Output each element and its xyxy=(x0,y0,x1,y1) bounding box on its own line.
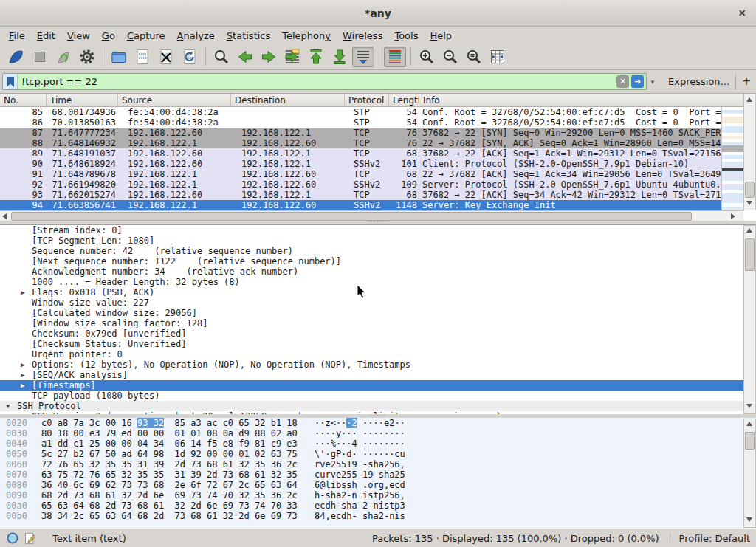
hex-bytes[interactable]: a1 dd c1 25 00 00 04 34 06 14 f5 e8 f9 8… xyxy=(35,438,300,449)
hex-ascii[interactable]: h-sha2-n istp256, xyxy=(300,490,405,500)
hex-row-0080[interactable]: 008036 40 6c 69 62 73 73 68 2e 6f 72 67 … xyxy=(0,480,756,490)
go-last-icon[interactable] xyxy=(329,47,351,67)
clear-filter-icon[interactable]: ✕ xyxy=(616,75,629,88)
open-file-icon[interactable] xyxy=(108,47,130,67)
expand-arrow-icon[interactable]: ▶ xyxy=(21,287,24,297)
menu-statistics[interactable]: Statistics xyxy=(221,29,276,43)
scroll-thumb[interactable] xyxy=(745,182,755,198)
detail-row[interactable]: Acknowledgment number: 34 (relative ack … xyxy=(0,266,743,277)
hex-ascii[interactable]: rve25519 -sha256, xyxy=(300,459,405,469)
scroll-left-icon[interactable] xyxy=(2,213,7,219)
scroll-thumb[interactable] xyxy=(11,212,692,221)
menu-telephony[interactable]: Telephony xyxy=(276,29,337,43)
hex-row-0090[interactable]: 009068 2d 73 68 61 32 2d 6e 69 73 74 70 … xyxy=(0,490,756,500)
hex-ascii[interactable]: \'·gP·d· ······cu xyxy=(300,449,405,459)
hex-ascii[interactable]: ecdh-sha 2-nistp3 xyxy=(300,500,405,511)
hex-bytes[interactable]: 36 40 6c 69 62 73 73 68 2e 6f 72 67 2c 6… xyxy=(35,480,300,490)
save-file-icon[interactable]: 01010110 xyxy=(131,47,154,67)
intelligent-scrollbar-minimap[interactable] xyxy=(721,107,743,210)
expand-arrow-icon[interactable]: ▶ xyxy=(21,370,24,380)
hex-ascii[interactable]: ····y··· ········ xyxy=(300,428,405,438)
menu-tools[interactable]: Tools xyxy=(388,29,424,43)
zoom-original-icon[interactable] xyxy=(463,47,485,67)
hex-row-0060[interactable]: 006072 76 65 32 35 35 31 39 2d 73 68 61 … xyxy=(0,459,756,469)
packet-row-87[interactable]: 8771.647777234192.168.122.60192.168.122.… xyxy=(0,128,721,138)
hex-bytes[interactable]: 63 75 72 76 65 32 35 35 31 39 2d 73 68 6… xyxy=(35,469,300,480)
hex-row-00b0[interactable]: 00b038 34 2c 65 63 64 68 2d 73 68 61 32 … xyxy=(0,511,756,521)
hex-ascii[interactable]: ···%···4 ········ xyxy=(300,438,405,449)
restart-capture-icon[interactable] xyxy=(52,47,75,67)
zoom-out-icon[interactable] xyxy=(439,47,461,67)
menu-edit[interactable]: Edit xyxy=(31,29,61,43)
packet-row-92[interactable]: 9271.661949820192.168.122.1192.168.122.6… xyxy=(0,179,721,190)
hex-ascii[interactable]: 6@libssh .org,ecd xyxy=(300,480,405,490)
expand-arrow-icon[interactable]: ▶ xyxy=(21,359,24,370)
scroll-down-icon[interactable] xyxy=(746,517,752,522)
add-filter-button[interactable]: + xyxy=(740,74,753,89)
detail-row[interactable]: [Stream index: 0] xyxy=(0,225,743,235)
hex-row-0050[interactable]: 00505c 27 b2 67 50 ad 64 98 1d 92 00 00 … xyxy=(0,449,756,459)
detail-row[interactable]: [Next sequence number: 1122 (relative se… xyxy=(0,256,743,266)
go-to-packet-icon[interactable] xyxy=(281,47,303,67)
menu-wireless[interactable]: Wireless xyxy=(337,29,388,43)
hex-bytes[interactable]: 72 76 65 32 35 35 31 39 2d 73 68 61 32 3… xyxy=(35,459,300,469)
scroll-up-icon[interactable] xyxy=(746,422,752,426)
title-bar[interactable]: *any × xyxy=(0,0,756,27)
capture-comment-icon[interactable] xyxy=(24,532,36,545)
menu-file[interactable]: File xyxy=(3,29,31,43)
menu-help[interactable]: Help xyxy=(424,29,458,43)
detail-row[interactable]: ▼SSH Protocol xyxy=(0,401,743,411)
profile-label[interactable]: Profile: Default xyxy=(670,533,756,544)
column-header-source[interactable]: Source xyxy=(118,94,231,106)
packet-list-vscrollbar[interactable] xyxy=(743,94,756,210)
column-header-no[interactable]: No. xyxy=(0,94,47,106)
hex-row-0070[interactable]: 007063 75 72 76 65 32 35 35 31 39 2d 73 … xyxy=(0,469,756,480)
hex-bytes[interactable]: 80 18 00 e3 79 ed 00 00 01 01 08 0a d9 8… xyxy=(35,428,300,438)
detail-row[interactable]: ▶Options: (12 bytes), No-Operation (NOP)… xyxy=(0,359,743,370)
start-capture-icon[interactable] xyxy=(5,47,27,67)
column-header-length[interactable]: Length xyxy=(389,94,419,106)
packet-row-88[interactable]: 8871.648146932192.168.122.1192.168.122.6… xyxy=(0,138,721,148)
menu-analyze[interactable]: Analyze xyxy=(171,29,221,43)
hex-bytes[interactable]: c0 a8 7a 3c 00 16 93 32 85 a3 ac c0 65 3… xyxy=(35,418,300,428)
find-packet-icon[interactable] xyxy=(210,47,233,67)
detail-row[interactable]: [Checksum Status: Unverified] xyxy=(0,339,743,349)
packet-row-94[interactable]: 9471.663856741192.168.122.1192.168.122.6… xyxy=(0,200,721,210)
hex-row-0040[interactable]: 0040a1 dd c1 25 00 00 04 34 06 14 f5 e8 … xyxy=(0,438,756,449)
packet-row-89[interactable]: 8971.648191037192.168.122.60192.168.122.… xyxy=(0,148,721,159)
detail-row[interactable]: Checksum: 0x79ed [unverified] xyxy=(0,328,743,339)
detail-row[interactable]: ▶Flags: 0x018 (PSH, ACK) xyxy=(0,287,743,297)
packet-row-86[interactable]: 8670.013850163fe:54:00:d4:38:2aSTP54Conf… xyxy=(0,117,721,128)
auto-scroll-icon[interactable] xyxy=(352,47,374,67)
apply-filter-icon[interactable]: ➜ xyxy=(631,75,644,88)
hex-bytes[interactable]: 65 63 64 68 2d 73 68 61 32 2d 6e 69 73 7… xyxy=(35,500,300,511)
detail-row[interactable]: Sequence number: 42 (relative sequence n… xyxy=(0,246,743,256)
expert-info-icon[interactable] xyxy=(6,531,19,545)
column-header-protocol[interactable]: Protocol xyxy=(345,94,389,106)
go-back-icon[interactable] xyxy=(234,47,256,67)
column-header-info[interactable]: Info xyxy=(419,94,743,106)
detail-row[interactable]: [TCP Segment Len: 1080] xyxy=(0,235,743,246)
hex-ascii[interactable]: curve255 19-sha25 xyxy=(300,469,405,480)
packet-row-85[interactable]: 8568.001734936fe:54:00:d4:38:2aSTP54Conf… xyxy=(0,107,721,117)
scroll-up-icon[interactable] xyxy=(746,228,752,233)
expand-arrow-icon[interactable]: ▶ xyxy=(21,380,24,391)
scroll-right-icon[interactable] xyxy=(731,213,735,219)
hex-row-00a0[interactable]: 00a065 63 64 68 2d 73 68 61 32 2d 6e 69 … xyxy=(0,500,756,511)
detail-row[interactable]: [Window size scaling factor: 128] xyxy=(0,318,743,328)
stop-capture-icon[interactable] xyxy=(29,47,51,67)
detail-row[interactable]: Window size value: 227 xyxy=(0,297,743,308)
scroll-down-icon[interactable] xyxy=(746,404,752,408)
detail-row[interactable]: [Calculated window size: 29056] xyxy=(0,308,743,318)
detail-row[interactable]: ▶[SEQ/ACK analysis] xyxy=(0,370,743,380)
detail-row[interactable]: ▶[Timestamps] xyxy=(0,380,743,391)
go-first-icon[interactable] xyxy=(305,47,327,67)
resize-columns-icon[interactable] xyxy=(487,47,509,67)
detail-row[interactable]: 1000 .... = Header Length: 32 bytes (8) xyxy=(0,277,743,287)
colorize-icon[interactable] xyxy=(384,47,406,67)
packet-row-90[interactable]: 9071.648618924192.168.122.60192.168.122.… xyxy=(0,159,721,169)
packet-row-91[interactable]: 9171.648789678192.168.122.1192.168.122.6… xyxy=(0,169,721,179)
column-header-destination[interactable]: Destination xyxy=(231,94,345,106)
scroll-thumb[interactable] xyxy=(745,432,755,450)
hex-vscrollbar[interactable] xyxy=(743,419,756,528)
